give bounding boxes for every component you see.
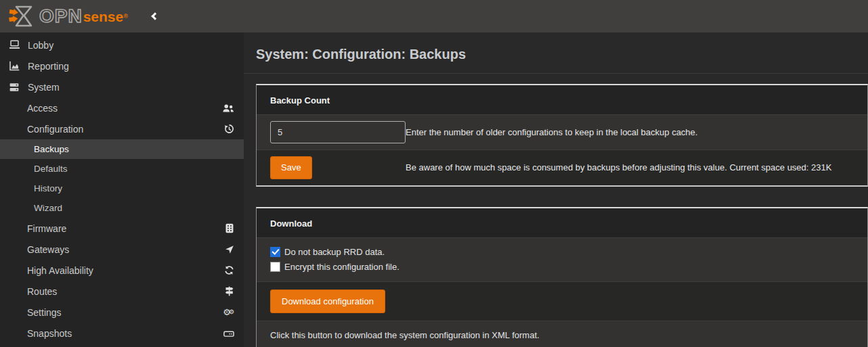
location-arrow-icon <box>225 245 234 254</box>
logo-registered-mark: ® <box>123 13 128 20</box>
logo-text-sense: sense <box>83 9 124 24</box>
sidebar-item-lobby[interactable]: Lobby <box>0 34 244 55</box>
backup-count-help: Enter the number of older configurations… <box>406 121 867 143</box>
encrypt-checkbox[interactable] <box>270 262 280 272</box>
map-signs-icon <box>224 286 234 296</box>
main-content: System: Configuration: Backups Backup Co… <box>244 32 868 347</box>
backup-count-input[interactable] <box>270 121 406 143</box>
sidebar-item-defaults[interactable]: Defaults <box>0 159 244 179</box>
sidebar: Lobby Reporting System Access <box>0 32 244 347</box>
download-options-row: Do not backup RRD data. Encrypt this con… <box>257 238 867 282</box>
chevron-left-icon <box>152 12 159 20</box>
sidebar-item-firmware[interactable]: Firmware <box>0 218 244 239</box>
sidebar-item-history[interactable]: History <box>0 179 244 198</box>
download-help-row: Click this button to download the system… <box>257 321 867 347</box>
app-window: OPNsense® Lobby Reporting <box>0 0 868 347</box>
no-rrd-label: Do not backup RRD data. <box>284 247 385 257</box>
topbar: OPNsense® <box>0 0 868 32</box>
no-rrd-option[interactable]: Do not backup RRD data. <box>270 245 854 260</box>
page-header: System: Configuration: Backups <box>244 32 868 74</box>
download-help: Click this button to download the system… <box>270 330 540 340</box>
download-panel: Download Do not backup RRD data. Encrypt… <box>256 207 868 347</box>
microchip-icon <box>225 223 234 233</box>
laptop-icon <box>7 40 22 50</box>
opnsense-hourglass-icon <box>8 5 35 28</box>
download-panel-title: Download <box>257 208 867 238</box>
sidebar-collapse-button[interactable] <box>147 9 162 24</box>
backup-count-row: Enter the number of older configurations… <box>257 115 867 150</box>
backup-count-panel: Backup Count Enter the number of older c… <box>256 84 868 187</box>
encrypt-option[interactable]: Encrypt this configuration file. <box>270 260 854 275</box>
cogs-icon: ⚙⚙ <box>223 308 234 317</box>
download-configuration-button[interactable]: Download configuration <box>270 290 385 314</box>
no-rrd-checkbox[interactable] <box>270 247 280 257</box>
download-button-row: Download configuration <box>257 282 867 322</box>
sidebar-item-access[interactable]: Access <box>0 97 244 118</box>
backup-count-panel-title: Backup Count <box>257 85 867 115</box>
sidebar-item-high-availability[interactable]: High Availability <box>0 260 244 281</box>
sidebar-item-snapshots[interactable]: Snapshots <box>0 323 244 344</box>
sidebar-item-settings[interactable]: Settings ⚙⚙ <box>0 302 244 323</box>
logo-text-opn: OPN <box>39 7 83 26</box>
history-icon <box>224 124 234 134</box>
encrypt-label: Encrypt this configuration file. <box>284 262 399 272</box>
users-icon <box>222 103 234 113</box>
area-chart-icon <box>7 61 22 71</box>
sidebar-item-routes[interactable]: Routes <box>0 281 244 302</box>
server-icon <box>7 83 22 92</box>
sync-icon <box>224 265 234 275</box>
sidebar-item-wizard[interactable]: Wizard <box>0 198 244 218</box>
save-row: Save Be aware of how much space is consu… <box>257 150 867 185</box>
hdd-icon <box>223 329 234 338</box>
sidebar-item-reporting[interactable]: Reporting <box>0 55 244 76</box>
sidebar-item-configuration[interactable]: Configuration <box>0 118 244 139</box>
sidebar-item-backups[interactable]: Backups <box>0 139 244 159</box>
sidebar-item-system[interactable]: System <box>0 76 244 97</box>
save-button[interactable]: Save <box>270 156 312 179</box>
sidebar-item-gateways[interactable]: Gateways <box>0 239 244 260</box>
page-title: System: Configuration: Backups <box>256 47 856 62</box>
opnsense-logo[interactable]: OPNsense® <box>8 5 128 28</box>
save-help: Be aware of how much space is consumed b… <box>406 156 867 179</box>
